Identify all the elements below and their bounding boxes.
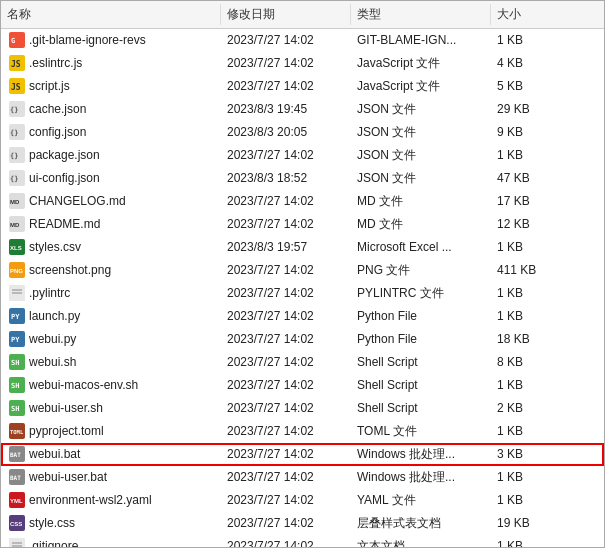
table-row[interactable]: G .git-blame-ignore-revs 2023/7/27 14:02… xyxy=(1,29,604,52)
file-icon: TOML xyxy=(9,423,25,439)
file-name-col: JS script.js xyxy=(1,76,221,96)
file-name-col: MD README.md xyxy=(1,214,221,234)
file-size-col: 3 KB xyxy=(491,444,561,464)
table-row[interactable]: TOML pyproject.toml 2023/7/27 14:02 TOML… xyxy=(1,420,604,443)
file-size-col: 18 KB xyxy=(491,329,561,349)
file-size: 12 KB xyxy=(497,215,530,233)
table-row[interactable]: {} package.json 2023/7/27 14:02 JSON 文件 … xyxy=(1,144,604,167)
file-date: 2023/7/27 14:02 xyxy=(227,284,314,302)
header-size[interactable]: 大小 xyxy=(491,4,561,25)
file-name-col: PY launch.py xyxy=(1,306,221,326)
file-size: 411 KB xyxy=(497,261,536,279)
table-row[interactable]: {} cache.json 2023/8/3 19:45 JSON 文件 29 … xyxy=(1,98,604,121)
table-row[interactable]: PY webui.py 2023/7/27 14:02 Python File … xyxy=(1,328,604,351)
file-date: 2023/7/27 14:02 xyxy=(227,54,314,72)
file-name-col: SH webui-user.sh xyxy=(1,398,221,418)
file-date-col: 2023/7/27 14:02 xyxy=(221,421,351,441)
file-list[interactable]: G .git-blame-ignore-revs 2023/7/27 14:02… xyxy=(1,29,604,547)
table-row[interactable]: YML environment-wsl2.yaml 2023/7/27 14:0… xyxy=(1,489,604,512)
file-type-col: JSON 文件 xyxy=(351,99,491,119)
table-row[interactable]: XLS styles.csv 2023/8/3 19:57 Microsoft … xyxy=(1,236,604,259)
file-icon: SH xyxy=(9,400,25,416)
table-row[interactable]: PY launch.py 2023/7/27 14:02 Python File… xyxy=(1,305,604,328)
file-name-col: {} cache.json xyxy=(1,99,221,119)
file-type-col: Shell Script xyxy=(351,352,491,372)
file-icon: PY xyxy=(9,331,25,347)
table-row[interactable]: {} ui-config.json 2023/8/3 18:52 JSON 文件… xyxy=(1,167,604,190)
table-row[interactable]: .gitignore 2023/7/27 14:02 文本文档 1 KB xyxy=(1,535,604,547)
table-header: 名称 修改日期 类型 大小 xyxy=(1,1,604,29)
file-type-col: JSON 文件 xyxy=(351,168,491,188)
table-row[interactable]: PNG screenshot.png 2023/7/27 14:02 PNG 文… xyxy=(1,259,604,282)
file-size-col: 9 KB xyxy=(491,122,561,142)
header-name[interactable]: 名称 xyxy=(1,4,221,25)
file-type-col: Python File xyxy=(351,329,491,349)
file-icon: PY xyxy=(9,308,25,324)
file-name-col: G .git-blame-ignore-revs xyxy=(1,30,221,50)
table-row[interactable]: MD CHANGELOG.md 2023/7/27 14:02 MD 文件 17… xyxy=(1,190,604,213)
file-name: config.json xyxy=(29,123,86,141)
svg-text:MD: MD xyxy=(10,199,20,205)
file-date-col: 2023/7/27 14:02 xyxy=(221,191,351,211)
file-icon: JS xyxy=(9,78,25,94)
file-date: 2023/8/3 18:52 xyxy=(227,169,307,187)
file-icon: MD xyxy=(9,216,25,232)
file-type: Shell Script xyxy=(357,353,418,371)
svg-text:PNG: PNG xyxy=(10,268,23,274)
table-row[interactable]: SH webui-macos-env.sh 2023/7/27 14:02 Sh… xyxy=(1,374,604,397)
table-row[interactable]: BAT webui-user.bat 2023/7/27 14:02 Windo… xyxy=(1,466,604,489)
file-date: 2023/7/27 14:02 xyxy=(227,215,314,233)
file-date-col: 2023/7/27 14:02 xyxy=(221,398,351,418)
file-size-col: 4 KB xyxy=(491,53,561,73)
file-date-col: 2023/7/27 14:02 xyxy=(221,513,351,533)
file-name-col: {} ui-config.json xyxy=(1,168,221,188)
file-size-col: 47 KB xyxy=(491,168,561,188)
file-date: 2023/7/27 14:02 xyxy=(227,537,314,547)
file-date-col: 2023/7/27 14:02 xyxy=(221,53,351,73)
svg-text:SH: SH xyxy=(11,405,19,413)
file-size: 17 KB xyxy=(497,192,530,210)
file-name: cache.json xyxy=(29,100,86,118)
file-type: MD 文件 xyxy=(357,192,403,210)
table-row[interactable]: CSS style.css 2023/7/27 14:02 层叠样式表文档 19… xyxy=(1,512,604,535)
file-date: 2023/7/27 14:02 xyxy=(227,192,314,210)
svg-text:YML: YML xyxy=(10,498,23,504)
table-row[interactable]: BAT webui.bat 2023/7/27 14:02 Windows 批处… xyxy=(1,443,604,466)
file-name-col: {} package.json xyxy=(1,145,221,165)
file-date: 2023/7/27 14:02 xyxy=(227,514,314,532)
file-name-col: SH webui.sh xyxy=(1,352,221,372)
header-date[interactable]: 修改日期 xyxy=(221,4,351,25)
file-name: pyproject.toml xyxy=(29,422,104,440)
header-type[interactable]: 类型 xyxy=(351,4,491,25)
file-type-col: Windows 批处理... xyxy=(351,444,491,464)
file-type: JSON 文件 xyxy=(357,146,416,164)
table-row[interactable]: SH webui-user.sh 2023/7/27 14:02 Shell S… xyxy=(1,397,604,420)
file-name-col: XLS styles.csv xyxy=(1,237,221,257)
file-date: 2023/7/27 14:02 xyxy=(227,146,314,164)
file-type: YAML 文件 xyxy=(357,491,416,509)
file-size: 1 KB xyxy=(497,491,523,509)
file-type-col: PNG 文件 xyxy=(351,260,491,280)
file-date: 2023/7/27 14:02 xyxy=(227,376,314,394)
file-size-col: 2 KB xyxy=(491,398,561,418)
table-row[interactable]: MD README.md 2023/7/27 14:02 MD 文件 12 KB xyxy=(1,213,604,236)
table-row[interactable]: JS .eslintrc.js 2023/7/27 14:02 JavaScri… xyxy=(1,52,604,75)
table-row[interactable]: JS script.js 2023/7/27 14:02 JavaScript … xyxy=(1,75,604,98)
file-size: 1 KB xyxy=(497,537,523,547)
file-date-col: 2023/7/27 14:02 xyxy=(221,260,351,280)
table-row[interactable]: {} config.json 2023/8/3 20:05 JSON 文件 9 … xyxy=(1,121,604,144)
file-date-col: 2023/7/27 14:02 xyxy=(221,145,351,165)
file-size: 1 KB xyxy=(497,284,523,302)
file-date: 2023/8/3 20:05 xyxy=(227,123,307,141)
file-icon: SH xyxy=(9,377,25,393)
file-icon: MD xyxy=(9,193,25,209)
file-size-col: 411 KB xyxy=(491,260,561,280)
file-type: Shell Script xyxy=(357,399,418,417)
file-type-col: MD 文件 xyxy=(351,214,491,234)
table-row[interactable]: SH webui.sh 2023/7/27 14:02 Shell Script… xyxy=(1,351,604,374)
file-type-col: JSON 文件 xyxy=(351,122,491,142)
file-icon: {} xyxy=(9,124,25,140)
file-type: JSON 文件 xyxy=(357,169,416,187)
svg-text:{}: {} xyxy=(10,152,18,160)
table-row[interactable]: .pylintrc 2023/7/27 14:02 PYLINTRC 文件 1 … xyxy=(1,282,604,305)
